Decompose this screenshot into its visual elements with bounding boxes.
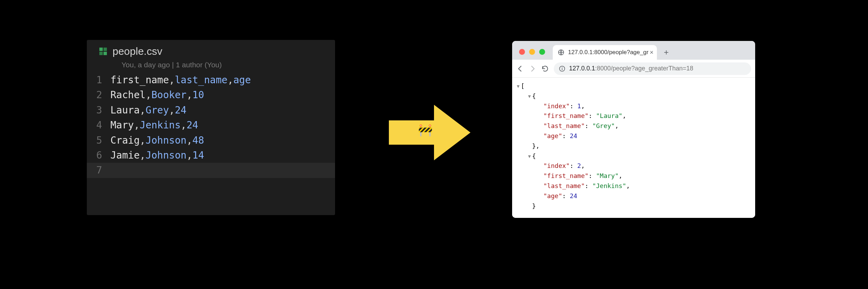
file-name: people.csv <box>112 45 162 57</box>
minimize-window-button[interactable] <box>529 49 535 55</box>
tab-title: 127.0.0.1:8000/people?age_gr <box>568 49 649 56</box>
json-response-body[interactable]: ▼[ ▼{ "index": 1, "first_name": "Laura",… <box>512 78 755 218</box>
back-button[interactable] <box>516 65 524 73</box>
code-content: first_name,last_name,age <box>110 73 335 87</box>
code-line[interactable]: 4Mary,Jenkins,24 <box>87 118 335 133</box>
json-line: "first_name": "Mary", <box>516 171 755 181</box>
line-number: 4 <box>87 118 110 133</box>
forward-button[interactable] <box>529 65 536 73</box>
json-line: "age": 24 <box>516 191 755 201</box>
line-number: 7 <box>87 163 110 178</box>
editor-tab[interactable]: people.csv <box>87 40 335 60</box>
construction-icon: 🚧 <box>418 123 433 137</box>
json-line: "index": 1, <box>516 101 755 111</box>
json-line: "index": 2, <box>516 161 755 171</box>
code-content: Mary,Jenkins,24 <box>110 118 335 133</box>
git-blame-annotation: You, a day ago | 1 author (You) <box>87 60 335 72</box>
code-editor-panel: people.csv You, a day ago | 1 author (Yo… <box>87 40 335 215</box>
json-line: "age": 24 <box>516 131 755 141</box>
code-line[interactable]: 2Rachel,Booker,10 <box>87 87 335 102</box>
window-controls <box>518 49 549 60</box>
json-line: ▼{ <box>516 151 755 161</box>
code-line[interactable]: 1first_name,last_name,age <box>87 73 335 87</box>
code-content: Craig,Johnson,48 <box>110 133 335 148</box>
json-line: "last_name": "Grey", <box>516 121 755 131</box>
browser-toolbar: 127.0.0.1:8000/people?age_greaterThan=18 <box>512 60 755 78</box>
line-number: 6 <box>87 148 110 163</box>
svg-rect-3 <box>103 52 107 55</box>
code-content: Laura,Grey,24 <box>110 103 335 118</box>
transformation-arrow: 🚧 <box>382 101 472 164</box>
code-line[interactable]: 5Craig,Johnson,48 <box>87 133 335 148</box>
csv-file-icon <box>99 47 108 56</box>
line-number: 3 <box>87 103 110 118</box>
browser-tab[interactable]: 127.0.0.1:8000/people?age_gr × <box>553 45 657 60</box>
code-line[interactable]: 7 <box>87 163 335 178</box>
svg-rect-1 <box>103 48 107 51</box>
new-tab-button[interactable]: + <box>661 47 671 58</box>
code-area[interactable]: 1first_name,last_name,age2Rachel,Booker,… <box>87 72 335 178</box>
json-line: ▼{ <box>516 91 755 101</box>
json-line: "first_name": "Laura", <box>516 111 755 121</box>
json-line: } <box>516 201 755 211</box>
svg-point-8 <box>562 67 562 67</box>
address-bar[interactable]: 127.0.0.1:8000/people?age_greaterThan=18 <box>554 62 751 75</box>
json-line: "last_name": "Jenkins", <box>516 181 755 191</box>
svg-rect-2 <box>99 52 103 55</box>
code-content: Rachel,Booker,10 <box>110 87 335 102</box>
close-window-button[interactable] <box>519 49 525 55</box>
browser-tab-strip: 127.0.0.1:8000/people?age_gr × + <box>512 41 755 60</box>
browser-window: 127.0.0.1:8000/people?age_gr × + 127.0.0… <box>512 41 755 218</box>
svg-rect-0 <box>99 48 103 51</box>
json-line: ▼[ <box>516 81 755 91</box>
line-number: 2 <box>87 87 110 102</box>
url-text: 127.0.0.1:8000/people?age_greaterThan=18 <box>569 65 693 72</box>
close-tab-icon[interactable]: × <box>650 49 653 56</box>
code-line[interactable]: 6Jamie,Johnson,14 <box>87 148 335 163</box>
code-content: Jamie,Johnson,14 <box>110 148 335 163</box>
code-line[interactable]: 3Laura,Grey,24 <box>87 103 335 118</box>
json-line: }, <box>516 141 755 151</box>
site-info-icon[interactable] <box>559 65 566 72</box>
globe-icon <box>558 49 565 56</box>
line-number: 5 <box>87 133 110 148</box>
code-content <box>110 163 335 178</box>
reload-button[interactable] <box>541 65 549 73</box>
line-number: 1 <box>87 73 110 87</box>
maximize-window-button[interactable] <box>539 49 545 55</box>
